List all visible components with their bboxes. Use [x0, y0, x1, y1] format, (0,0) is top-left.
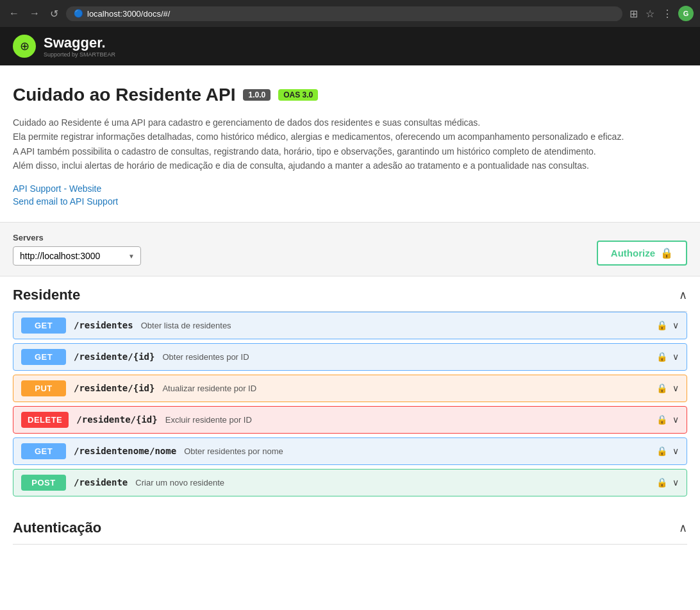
section-residente: Residente ∧ GET /residentes Obter lista …: [13, 276, 687, 496]
endpoint-chevron-icon: ∨: [672, 477, 679, 487]
section-autenticacao-chevron: ∧: [679, 521, 687, 535]
api-support-website-link[interactable]: API Support - Website: [13, 183, 687, 194]
swagger-logo-icon: ⊕: [13, 35, 36, 58]
swagger-sub: Supported by SMARTBEAR: [44, 51, 115, 58]
endpoint-actions: 🔒 ∨: [656, 320, 679, 330]
bookmark-button[interactable]: ☆: [644, 6, 656, 22]
authorize-lock-icon: 🔒: [660, 247, 673, 259]
main-content: Cuidado ao Residente API 1.0.0 OAS 3.0 C…: [0, 65, 700, 222]
endpoint-actions: 🔒 ∨: [656, 446, 679, 456]
location-icon: 🔵: [74, 9, 83, 18]
method-badge-get: GET: [21, 318, 66, 334]
endpoint-lock-icon: 🔒: [656, 446, 667, 456]
api-title: Cuidado ao Residente API: [13, 85, 235, 105]
endpoint-actions: 🔒 ∨: [656, 477, 679, 487]
method-badge-delete: DELETE: [21, 412, 69, 428]
endpoint-desc: Obter lista de residentes: [141, 321, 649, 330]
method-badge-post: POST: [21, 475, 66, 491]
section-residente-header[interactable]: Residente ∧: [13, 276, 687, 312]
api-title-row: Cuidado ao Residente API 1.0.0 OAS 3.0: [13, 85, 687, 105]
endpoint-desc: Obter residentes por ID: [162, 352, 649, 362]
desc-line-4: Além disso, inclui alertas de horário de…: [13, 158, 687, 173]
api-sections: Residente ∧ GET /residentes Obter lista …: [0, 276, 700, 545]
endpoint-desc: Atualizar residente por ID: [162, 384, 649, 393]
endpoint-lock-icon: 🔒: [656, 352, 667, 362]
endpoint-path: /residente/{id}: [76, 414, 157, 425]
endpoint-path: /residentenome/nome: [74, 446, 176, 456]
version-badge: 1.0.0: [243, 89, 271, 101]
endpoint-path: /residentes: [74, 320, 133, 330]
swagger-logo-text: Swagger. Supported by SMARTBEAR: [44, 35, 115, 58]
endpoint-lock-icon: 🔒: [656, 320, 667, 330]
endpoint-get-residente-id[interactable]: GET /residente/{id} Obter residentes por…: [13, 343, 687, 371]
api-description: Cuidado ao Residente é uma API para cada…: [13, 115, 687, 173]
browser-chrome: ← → ↺ 🔵 localhost:3000/docs/#/ ⊞ ☆ ⋮ G: [0, 0, 700, 27]
servers-label: Servers: [13, 233, 141, 242]
swagger-name: Swagger.: [44, 35, 106, 51]
forward-button[interactable]: →: [27, 6, 42, 21]
user-avatar: G: [678, 6, 694, 21]
desc-line-2: Ela permite registrar informações detalh…: [13, 130, 687, 144]
method-badge-put: PUT: [21, 380, 66, 396]
endpoint-delete-residente-id[interactable]: DELETE /residente/{id} Excluir residente…: [13, 406, 687, 434]
endpoint-path: /residente: [74, 477, 128, 487]
oas-badge: OAS 3.0: [278, 89, 318, 101]
section-autenticacao-title: Autenticação: [13, 520, 101, 536]
endpoint-chevron-icon: ∨: [672, 414, 679, 425]
endpoint-put-residente-id[interactable]: PUT /residente/{id} Atualizar residente …: [13, 375, 687, 402]
section-residente-chevron: ∧: [679, 288, 687, 302]
endpoint-desc: Criar um novo residente: [135, 478, 649, 487]
endpoint-actions: 🔒 ∨: [656, 383, 679, 393]
translate-button[interactable]: ⊞: [628, 6, 640, 22]
back-button[interactable]: ←: [6, 6, 22, 21]
url-text: localhost:3000/docs/#/: [87, 9, 170, 19]
servers-control: Servers http://localhost:3000: [13, 233, 141, 266]
method-badge-get: GET: [21, 349, 66, 365]
api-links: API Support - Website Send email to API …: [13, 183, 687, 207]
endpoint-desc: Excluir residente por ID: [165, 415, 649, 425]
endpoint-lock-icon: 🔒: [656, 414, 667, 425]
swagger-header: ⊕ Swagger. Supported by SMARTBEAR: [0, 27, 700, 65]
authorize-label: Authorize: [611, 248, 655, 258]
server-select[interactable]: http://localhost:3000: [13, 246, 141, 266]
endpoint-get-residentes[interactable]: GET /residentes Obter lista de residente…: [13, 312, 687, 339]
endpoint-get-residentenome[interactable]: GET /residentenome/nome Obter residentes…: [13, 437, 687, 465]
endpoint-post-residente[interactable]: POST /residente Criar um novo residente …: [13, 469, 687, 496]
section-autenticacao: Autenticação ∧: [13, 509, 687, 545]
endpoint-path: /residente/{id}: [74, 352, 154, 362]
section-residente-title: Residente: [13, 287, 80, 303]
endpoint-desc: Obter residentes por nome: [184, 446, 649, 456]
method-badge-get: GET: [21, 443, 66, 459]
api-support-email-link[interactable]: Send email to API Support: [13, 196, 687, 207]
endpoint-path: /residente/{id}: [74, 383, 154, 393]
endpoint-chevron-icon: ∨: [672, 352, 679, 362]
swagger-logo-symbol: ⊕: [20, 39, 29, 53]
address-bar[interactable]: 🔵 localhost:3000/docs/#/: [66, 6, 622, 21]
endpoint-chevron-icon: ∨: [672, 446, 679, 456]
desc-line-1: Cuidado ao Residente é uma API para cada…: [13, 115, 687, 130]
servers-section: Servers http://localhost:3000 Authorize …: [0, 222, 700, 276]
endpoint-chevron-icon: ∨: [672, 383, 679, 393]
endpoint-lock-icon: 🔒: [656, 383, 667, 393]
desc-line-3: A API também possibilita o cadastro de c…: [13, 144, 687, 158]
endpoint-actions: 🔒 ∨: [656, 352, 679, 362]
endpoint-actions: 🔒 ∨: [656, 414, 679, 425]
menu-button[interactable]: ⋮: [660, 6, 674, 22]
section-autenticacao-header[interactable]: Autenticação ∧: [13, 509, 687, 545]
refresh-button[interactable]: ↺: [47, 6, 61, 21]
endpoint-lock-icon: 🔒: [656, 477, 667, 487]
server-select-wrapper: http://localhost:3000: [13, 246, 141, 266]
browser-actions: ⊞ ☆ ⋮ G: [628, 6, 694, 22]
authorize-button[interactable]: Authorize 🔒: [597, 241, 687, 266]
endpoint-chevron-icon: ∨: [672, 320, 679, 330]
